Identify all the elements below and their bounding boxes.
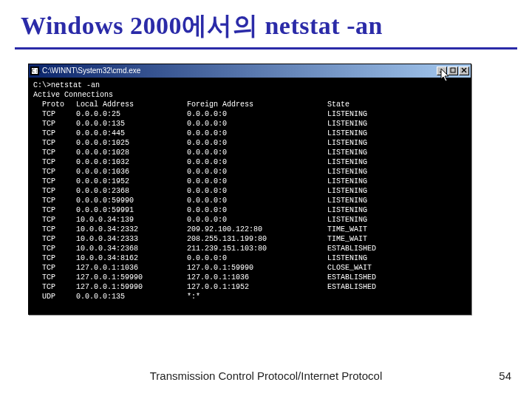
cell-foreign: 209.92.100.122:80 <box>187 225 327 234</box>
cell-state: LISTENING <box>327 205 409 215</box>
cell-proto: TCP <box>42 167 76 177</box>
cell-proto: TCP <box>42 148 76 157</box>
cell-local: 127.0.0.1:59990 <box>76 273 187 282</box>
table-row: TCP10.0.0.34:2368211.239.151.103:80ESTAB… <box>33 244 466 253</box>
cell-local: 127.0.0.1:1036 <box>76 263 187 273</box>
table-row: TCP0.0.0.0:4450.0.0.0:0LISTENING <box>33 129 466 138</box>
svg-rect-1 <box>451 68 455 72</box>
cell-proto: TCP <box>42 225 76 234</box>
cell-proto: TCP <box>42 282 76 292</box>
cell-state: LISTENING <box>327 129 409 138</box>
table-row: TCP10.0.0.34:81620.0.0.0:0LISTENING <box>33 253 466 263</box>
cell-proto: TCP <box>42 263 76 273</box>
cell-proto: TCP <box>42 253 76 263</box>
cell-proto: TCP <box>42 244 76 253</box>
column-header-row: ProtoLocal AddressForeign AddressState <box>33 100 466 109</box>
maximize-button[interactable] <box>448 66 458 75</box>
window-titlebar: C:\WINNT\System32\cmd.exe <box>29 64 471 78</box>
data-rows: TCP0.0.0.0:250.0.0.0:0LISTENING TCP0.0.0… <box>33 109 466 301</box>
cell-proto: TCP <box>42 215 76 225</box>
cell-foreign: 211.239.151.103:80 <box>187 244 327 253</box>
cell-foreign: 208.255.131.199:80 <box>187 234 327 244</box>
table-row: UDP0.0.0.0:135*:* <box>33 292 466 301</box>
table-row: TCP0.0.0.0:10320.0.0.0:0LISTENING <box>33 157 466 167</box>
cell-foreign: 0.0.0.0:0 <box>187 205 327 215</box>
close-button[interactable] <box>459 66 469 75</box>
table-row: TCP0.0.0.0:10280.0.0.0:0LISTENING <box>33 148 466 157</box>
cell-state: LISTENING <box>327 186 409 196</box>
prompt-line: C:\>netstat -an <box>33 81 466 90</box>
col-state: State <box>327 100 409 109</box>
cell-local: 10.0.0.34:8162 <box>76 253 187 263</box>
cell-local: 0.0.0.0:25 <box>76 109 187 119</box>
cell-foreign: 127.0.0.1:1952 <box>187 282 327 292</box>
cell-state: LISTENING <box>327 119 409 129</box>
cell-proto: TCP <box>42 119 76 129</box>
cell-proto: TCP <box>42 109 76 119</box>
slide-title: Windows 2000에서의 netstat -an <box>21 9 517 43</box>
cell-state: LISTENING <box>327 148 409 157</box>
cell-proto: UDP <box>42 292 76 301</box>
cell-local: 10.0.0.34:139 <box>76 215 187 225</box>
page-number: 54 <box>499 370 511 381</box>
cell-proto: TCP <box>42 138 76 148</box>
cell-state: ESTABLISHED <box>327 244 409 253</box>
table-row: TCP10.0.0.34:1390.0.0.0:0LISTENING <box>33 215 466 225</box>
cell-local: 0.0.0.0:1028 <box>76 148 187 157</box>
col-local: Local Address <box>76 100 187 109</box>
table-row: TCP127.0.0.1:59990127.0.0.1:1036ESTABLIS… <box>33 273 466 282</box>
cell-state: LISTENING <box>327 215 409 225</box>
cell-local: 0.0.0.0:135 <box>76 292 187 301</box>
cell-foreign: 0.0.0.0:0 <box>187 177 327 186</box>
cell-proto: TCP <box>42 196 76 205</box>
cell-proto: TCP <box>42 186 76 196</box>
cell-state: LISTENING <box>327 138 409 148</box>
svg-rect-0 <box>440 72 444 72</box>
cell-foreign: 0.0.0.0:0 <box>187 186 327 196</box>
cell-state: LISTENING <box>327 109 409 119</box>
cell-foreign: 0.0.0.0:0 <box>187 119 327 129</box>
cell-foreign: 127.0.0.1:59990 <box>187 263 327 273</box>
table-row: TCP0.0.0.0:1350.0.0.0:0LISTENING <box>33 119 466 129</box>
cell-proto: TCP <box>42 157 76 167</box>
cell-state: LISTENING <box>327 157 409 167</box>
cell-local: 10.0.0.34:2332 <box>76 225 187 234</box>
cell-local: 0.0.0.0:445 <box>76 129 187 138</box>
cell-foreign: 127.0.0.1:1036 <box>187 273 327 282</box>
cell-foreign: 0.0.0.0:0 <box>187 138 327 148</box>
cell-state: TIME_WAIT <box>327 234 409 244</box>
table-row: TCP127.0.0.1:59990127.0.0.1:1952ESTABLIS… <box>33 282 466 292</box>
cell-foreign: *:* <box>187 292 327 301</box>
cell-proto: TCP <box>42 129 76 138</box>
cell-state: LISTENING <box>327 167 409 177</box>
table-row: TCP0.0.0.0:19520.0.0.0:0LISTENING <box>33 177 466 186</box>
table-row: TCP10.0.0.34:2333208.255.131.199:80TIME_… <box>33 234 466 244</box>
cell-local: 0.0.0.0:2368 <box>76 186 187 196</box>
cell-foreign: 0.0.0.0:0 <box>187 157 327 167</box>
cell-local: 0.0.0.0:1025 <box>76 138 187 148</box>
cell-foreign: 0.0.0.0:0 <box>187 215 327 225</box>
col-foreign: Foreign Address <box>187 100 327 109</box>
cell-local: 10.0.0.34:2368 <box>76 244 187 253</box>
cmd-window: C:\WINNT\System32\cmd.exe C:\>netstat -a… <box>28 64 471 315</box>
table-row: TCP0.0.0.0:599910.0.0.0:0LISTENING <box>33 205 466 215</box>
cell-state: LISTENING <box>327 177 409 186</box>
section-header: Active Connections <box>33 90 466 100</box>
cell-state: LISTENING <box>327 196 409 205</box>
cell-state: TIME_WAIT <box>327 225 409 234</box>
cell-state: ESTABLISHED <box>327 282 409 292</box>
cell-local: 127.0.0.1:59990 <box>76 282 187 292</box>
cmd-icon <box>30 66 39 75</box>
table-row: TCP0.0.0.0:10250.0.0.0:0LISTENING <box>33 138 466 148</box>
cell-foreign: 0.0.0.0:0 <box>187 253 327 263</box>
cell-foreign: 0.0.0.0:0 <box>187 109 327 119</box>
cell-local: 0.0.0.0:59991 <box>76 205 187 215</box>
console-output: C:\>netstat -an Active Connections Proto… <box>29 78 471 314</box>
window-buttons <box>437 66 469 75</box>
cell-local: 0.0.0.0:1032 <box>76 157 187 167</box>
minimize-button[interactable] <box>437 66 447 75</box>
cell-proto: TCP <box>42 205 76 215</box>
cell-proto: TCP <box>42 177 76 186</box>
table-row: TCP0.0.0.0:10360.0.0.0:0LISTENING <box>33 167 466 177</box>
cell-proto: TCP <box>42 234 76 244</box>
